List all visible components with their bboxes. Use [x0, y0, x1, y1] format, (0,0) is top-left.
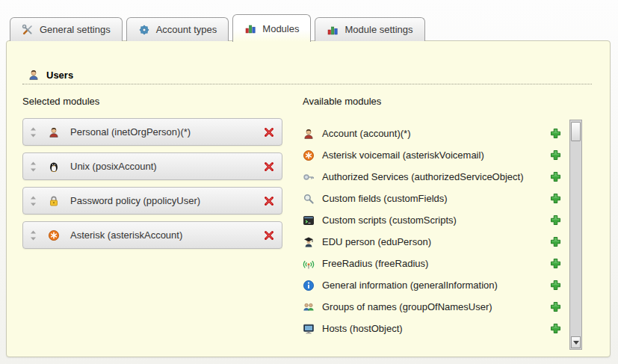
person-icon — [48, 126, 60, 138]
tab-modules[interactable]: Modules — [232, 14, 311, 42]
chart-icon — [327, 24, 339, 36]
info-icon — [303, 280, 315, 291]
tools-icon — [22, 24, 34, 36]
available-module-row: EDU person (eduPerson) — [303, 231, 564, 253]
selected-module-label: Personal (inetOrgPerson)(*) — [70, 126, 191, 138]
gear-icon — [138, 24, 150, 36]
available-module-label: General information (generalInformation) — [322, 280, 543, 291]
selected-module-label: Asterisk (asteriskAccount) — [70, 229, 182, 241]
drag-handle-icon[interactable] — [30, 127, 37, 138]
available-modules-heading: Available modules — [303, 96, 381, 107]
available-module-label: Account (account)(*) — [322, 128, 543, 139]
available-module-label: FreeRadius (freeRadius) — [322, 258, 543, 269]
add-module-button[interactable] — [550, 193, 561, 204]
lock-icon — [48, 195, 60, 207]
available-module-label: Asterisk voicemail (asteriskVoicemail) — [322, 149, 543, 161]
available-module-row: Authorized Services (authorizedServiceOb… — [303, 166, 564, 188]
add-module-button[interactable] — [550, 280, 561, 291]
available-module-row: Asterisk voicemail (asteriskVoicemail) — [303, 144, 564, 166]
tab-bar: General settingsAccount typesModulesModu… — [10, 13, 425, 41]
scrollbar[interactable] — [569, 120, 582, 350]
available-module-row: Custom scripts (customScripts) — [303, 209, 564, 231]
remove-module-button[interactable] — [263, 126, 275, 138]
selected-module-label: Password policy (ppolicyUser) — [70, 195, 200, 206]
magnifier-icon — [303, 193, 315, 205]
group-icon — [303, 301, 315, 313]
tab-general-settings[interactable]: General settings — [10, 17, 123, 41]
chevron-down-icon — [573, 341, 579, 345]
antenna-icon — [303, 258, 315, 270]
tab-label: Modules — [262, 23, 299, 34]
add-module-button[interactable] — [550, 301, 561, 312]
graduate-icon — [303, 236, 315, 248]
person-icon — [303, 128, 315, 140]
available-module-label: Hosts (hostObject) — [322, 323, 543, 334]
available-module-row: General information (generalInformation) — [303, 274, 564, 296]
tab-label: General settings — [40, 24, 111, 35]
chart-icon — [244, 22, 256, 34]
monitor-icon — [303, 323, 315, 335]
asterisk-icon — [303, 149, 315, 161]
available-modules-list: Account (account)(*)Asterisk voicemail (… — [303, 123, 564, 339]
section-divider — [22, 84, 592, 84]
tab-label: Module settings — [344, 24, 412, 35]
available-module-label: Groups of names (groupOfNamesUser) — [322, 301, 543, 312]
add-module-button[interactable] — [550, 258, 561, 269]
available-module-label: Custom fields (customFields) — [322, 193, 543, 204]
available-module-label: Custom scripts (customScripts) — [322, 215, 543, 226]
available-module-label: Authorized Services (authorizedServiceOb… — [322, 171, 543, 182]
section-header: Users — [28, 69, 73, 81]
drag-handle-icon[interactable] — [30, 196, 37, 206]
add-module-button[interactable] — [550, 128, 561, 139]
selected-module-row: Personal (inetOrgPerson)(*) — [22, 118, 282, 146]
tab-module-settings[interactable]: Module settings — [315, 17, 424, 41]
drag-handle-icon[interactable] — [30, 161, 37, 172]
drag-handle-icon[interactable] — [30, 230, 37, 241]
asterisk-icon — [48, 229, 60, 241]
add-module-button[interactable] — [550, 149, 561, 161]
available-module-row: Groups of names (groupOfNamesUser) — [303, 296, 564, 318]
add-module-button[interactable] — [550, 171, 561, 182]
penguin-icon — [48, 161, 60, 173]
remove-module-button[interactable] — [263, 161, 275, 173]
available-module-row: Hosts (hostObject) — [303, 318, 564, 339]
tab-label: Account types — [156, 24, 217, 35]
available-module-row: FreeRadius (freeRadius) — [303, 253, 564, 274]
scrollbar-thumb[interactable] — [571, 122, 581, 141]
selected-module-label: Unix (posixAccount) — [70, 161, 157, 172]
available-module-label: EDU person (eduPerson) — [322, 236, 543, 247]
available-module-row: Account (account)(*) — [303, 123, 564, 144]
tab-account-types[interactable]: Account types — [126, 17, 229, 41]
add-module-button[interactable] — [550, 236, 561, 247]
available-module-row: Custom fields (customFields) — [303, 188, 564, 209]
terminal-icon — [303, 215, 315, 226]
selected-modules-heading: Selected modules — [22, 96, 99, 107]
user-icon — [28, 69, 40, 81]
add-module-button[interactable] — [550, 215, 561, 226]
selected-module-row: Asterisk (asteriskAccount) — [22, 221, 282, 249]
scrollbar-down-button[interactable] — [571, 336, 581, 348]
selected-module-row: Unix (posixAccount) — [22, 152, 282, 180]
section-title: Users — [46, 70, 73, 81]
remove-module-button[interactable] — [263, 229, 275, 241]
selected-modules-list: Personal (inetOrgPerson)(*)Unix (posixAc… — [22, 118, 282, 256]
selected-module-row: Password policy (ppolicyUser) — [22, 187, 282, 215]
key-icon — [303, 171, 315, 183]
remove-module-button[interactable] — [263, 195, 275, 207]
add-module-button[interactable] — [550, 323, 561, 334]
